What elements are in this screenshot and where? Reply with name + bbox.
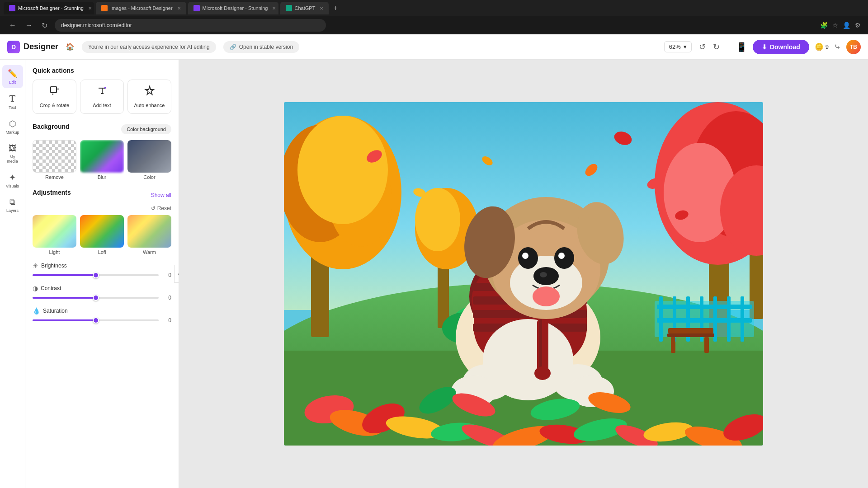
sidebar-item-text[interactable]: T Text [2,90,23,113]
bg-color-image [127,140,171,173]
filter-light-thumb[interactable]: Light [33,215,76,255]
tab-favicon-1 [9,5,15,11]
bg-blur-label: Blur [80,174,124,180]
url-box[interactable]: designer.microsoft.com/editor [55,19,326,32]
address-bar: ← → ↻ designer.microsoft.com/editor 🧩 ☆ … [0,16,868,34]
brightness-track [33,274,159,276]
download-button[interactable]: ⬇ Download [753,40,809,54]
saturation-track [33,319,159,321]
tab-designer-1[interactable]: Microsoft Designer - Stunning ✕ [4,2,94,14]
coin-icon: 🪙 [815,42,824,51]
background-section: Background Color background Remove Blur [33,123,171,180]
my-media-icon: 🖼 [9,144,17,153]
open-stable-label: Open in stable version [239,44,293,50]
credits-count: 9 [826,43,829,50]
brightness-icon: ☀ [33,262,38,269]
adjustments-title: Adjustments [33,189,71,196]
contrast-track [33,297,159,299]
brightness-container: 0 [33,272,171,278]
svg-point-9 [297,116,388,224]
contrast-value: 0 [162,295,171,301]
tab-close-2[interactable]: ✕ [177,6,181,11]
svg-point-70 [518,247,538,269]
adjustments-section: Adjustments Show all ↺ Reset Light [33,189,171,324]
sidebar-item-edit[interactable]: ✏️ Edit [2,65,23,88]
reset-label: Reset [157,205,171,211]
sidebar-item-markup[interactable]: ⬡ Markup [2,115,23,138]
reset-button[interactable]: ↺ Reset [151,205,171,211]
share-icon[interactable]: ⤷ [834,42,841,52]
credits-display: 🪙 9 [815,42,829,51]
sidebar-item-layers[interactable]: ⧉ Layers [2,194,23,216]
forward-button[interactable]: → [24,19,34,31]
bg-blur-thumb[interactable]: Blur [80,140,124,180]
svg-rect-32 [704,337,709,353]
header-center: 62% ▾ ↺ ↻ [664,40,722,54]
svg-rect-27 [657,305,752,309]
tab-label-1: Microsoft Designer - Stunning [18,5,84,11]
browser-chrome: Microsoft Designer - Stunning ✕ Images -… [0,0,868,16]
tab-close-1[interactable]: ✕ [88,6,92,11]
bg-color-thumb[interactable]: Color [127,140,171,180]
extensions-icon: 🧩 [820,22,828,29]
app-header: D Designer 🏠 You're in our early access … [0,34,868,60]
filter-lofi-thumb[interactable]: Lofi [80,215,124,255]
saturation-slider-row: 💧 Saturation 0 [33,307,171,324]
saturation-thumb[interactable] [93,317,99,324]
right-panel: Quick actions Crop & rotate [25,60,179,488]
add-text-icon [97,85,108,99]
filter-warm-thumb[interactable]: Warm [127,215,171,255]
brightness-thumb[interactable] [93,272,99,278]
auto-enhance-card[interactable]: Auto enhance [127,80,171,114]
header-right: 📱 ⬇ Download 🪙 9 ⤷ TB [736,40,861,54]
brightness-value: 0 [162,272,171,278]
sidebar-item-my-media[interactable]: 🖼 My media [2,140,23,167]
markup-label: Markup [5,130,19,135]
auto-enhance-label: Auto enhance [134,103,165,108]
home-icon[interactable]: 🏠 [66,42,75,51]
logo-text: Designer [24,42,58,52]
saturation-header: 💧 Saturation [33,307,171,314]
open-stable-button[interactable]: 🔗 Open in stable version [223,41,299,53]
brightness-fill [33,274,96,276]
open-stable-icon: 🔗 [230,44,236,50]
svg-point-72 [522,253,528,259]
svg-rect-82 [539,319,542,373]
brightness-name: Brightness [41,263,67,269]
contrast-icon: ◑ [33,285,38,292]
canvas-area[interactable] [179,60,868,488]
tab-favicon-4 [286,5,292,11]
bg-remove-thumb[interactable]: Remove [33,140,76,180]
early-access-badge: You're in our early access experience fo… [82,41,216,53]
tab-designer-2[interactable]: Microsoft Designer - Stunning ✕ [188,2,278,14]
color-background-button[interactable]: Color background [121,124,171,134]
tab-close-3[interactable]: ✕ [272,6,276,11]
show-all-button[interactable]: Show all [151,192,171,198]
user-avatar[interactable]: TB [846,40,861,54]
back-button[interactable]: ← [7,19,18,31]
logo-icon: D [7,41,20,53]
tab-images[interactable]: Images - Microsoft Designer ✕ [96,2,186,14]
crop-rotate-card[interactable]: Crop & rotate [33,80,76,114]
new-tab-button[interactable]: + [330,4,340,12]
svg-rect-30 [667,333,714,337]
tab-chatgpt[interactable]: ChatGPT ✕ [280,2,329,14]
layers-icon: ⧉ [9,197,15,207]
text-label: Text [9,105,16,110]
quick-actions-grid: Crop & rotate Add text Auto enhance [33,80,171,114]
redo-button[interactable]: ↻ [711,40,722,54]
tab-close-4[interactable]: ✕ [320,6,323,11]
zoom-control[interactable]: 62% ▾ [664,41,692,52]
svg-rect-0 [51,87,57,93]
visuals-label: Visuals [6,184,19,188]
undo-button[interactable]: ↺ [697,40,708,54]
tab-favicon-2 [101,5,108,11]
contrast-thumb[interactable] [93,295,99,301]
collapse-panel-handle[interactable]: ‹ [174,265,179,283]
sidebar-item-visuals[interactable]: ✦ Visuals [2,169,23,192]
add-text-card[interactable]: Add text [80,80,124,114]
canvas-image [284,102,763,446]
mobile-preview-icon[interactable]: 📱 [736,42,747,52]
filter-light-image [33,215,76,248]
refresh-button[interactable]: ↻ [40,19,49,32]
